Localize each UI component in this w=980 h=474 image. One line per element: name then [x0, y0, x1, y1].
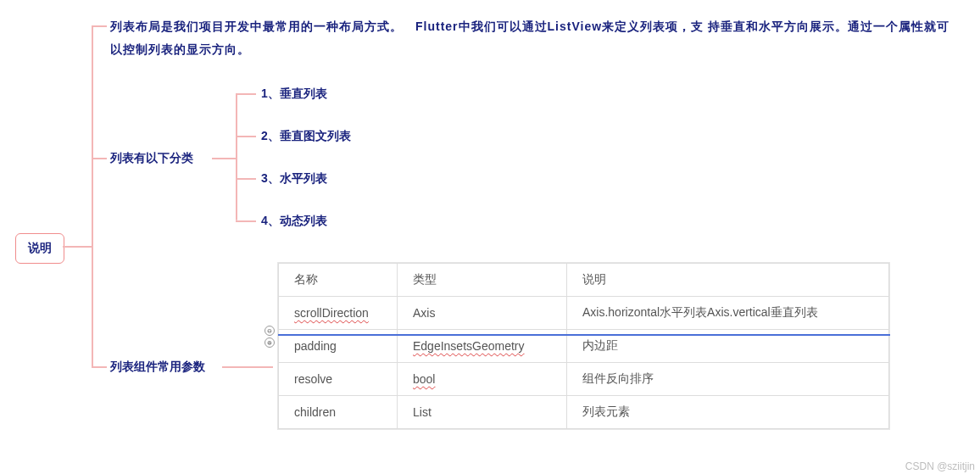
connector: [236, 93, 237, 220]
cell-name: resolve: [279, 363, 398, 396]
categories-node[interactable]: 列表有以下分类: [110, 151, 193, 166]
connector: [92, 25, 107, 27]
category-item[interactable]: 4、动态列表: [261, 214, 327, 229]
selection-line: [278, 334, 890, 336]
minus-glyph: ⊖: [267, 326, 271, 335]
connector: [92, 158, 107, 159]
category-item-label: 4、动态列表: [261, 214, 327, 227]
connector: [236, 178, 256, 180]
description-text: 列表布局是我们项目开发中最常用的一种布局方式。 Flutter中我们可以通过Li…: [110, 20, 949, 56]
cell-type: EdgeInsetsGeometry: [413, 339, 525, 353]
table-row: resolve bool 组件反向排序: [279, 363, 889, 396]
category-item-label: 3、水平列表: [261, 171, 327, 185]
params-label-text: 列表组件常用参数: [110, 360, 205, 373]
plus-glyph: ⊕: [267, 338, 271, 347]
params-node[interactable]: 列表组件常用参数: [110, 360, 205, 375]
cell-name: scrollDirection: [294, 306, 369, 320]
root-label: 说明: [28, 241, 52, 254]
connector: [92, 366, 107, 368]
params-table: 名称 类型 说明 scrollDirection Axis Axis.horiz…: [278, 263, 889, 429]
table-header-row: 名称 类型 说明: [279, 264, 889, 297]
cell-type: bool: [413, 372, 435, 386]
category-item[interactable]: 3、水平列表: [261, 171, 327, 187]
categories-label: 列表有以下分类: [110, 151, 193, 165]
table-row: children List 列表元素: [279, 396, 889, 429]
connector: [222, 366, 273, 368]
table-row: scrollDirection Axis Axis.horizontal水平列表…: [279, 297, 889, 330]
category-item[interactable]: 2、垂直图文列表: [261, 129, 351, 144]
connector: [63, 246, 93, 248]
description-node[interactable]: 列表布局是我们项目开发中最常用的一种布局方式。 Flutter中我们可以通过Li…: [110, 15, 958, 60]
watermark: CSDN @sziitjin: [905, 460, 975, 472]
category-item-label: 1、垂直列表: [261, 86, 327, 100]
connector: [236, 136, 256, 137]
connector: [236, 93, 256, 95]
table-header-name: 名称: [279, 264, 398, 297]
cell-desc: Axis.horizontal水平列表Axis.vertical垂直列表: [567, 297, 889, 330]
expand-icon[interactable]: ⊕: [264, 337, 275, 348]
cell-type: Axis: [398, 297, 567, 330]
connector: [236, 220, 256, 222]
table-header-desc: 说明: [567, 264, 889, 297]
mindmap-root-node[interactable]: 说明: [15, 233, 64, 264]
table-header-type: 类型: [398, 264, 567, 297]
cell-desc: 列表元素: [567, 396, 889, 429]
connector: [92, 25, 93, 368]
connector: [212, 158, 237, 159]
cell-type: List: [398, 396, 567, 429]
cell-name: children: [279, 396, 398, 429]
category-item-label: 2、垂直图文列表: [261, 129, 351, 142]
collapse-icon[interactable]: ⊖: [264, 326, 275, 336]
cell-desc: 组件反向排序: [567, 363, 889, 396]
category-item[interactable]: 1、垂直列表: [261, 86, 327, 102]
